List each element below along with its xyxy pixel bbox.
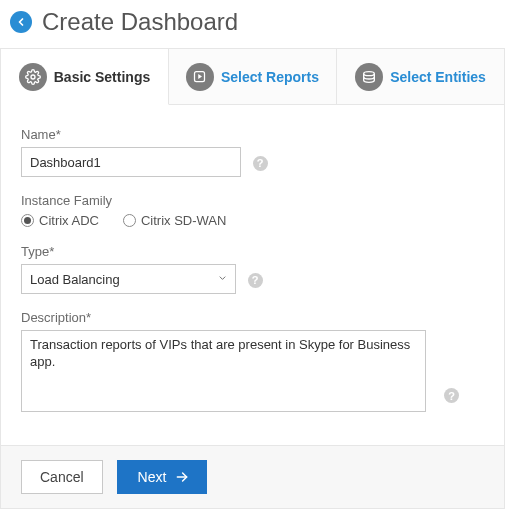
tab-label: Basic Settings <box>54 69 150 85</box>
svg-point-0 <box>31 75 35 79</box>
svg-point-3 <box>364 71 375 75</box>
family-label: Instance Family <box>21 193 484 208</box>
gear-icon <box>19 63 47 91</box>
back-button[interactable] <box>10 11 32 33</box>
layers-icon <box>355 63 383 91</box>
name-input[interactable] <box>21 147 241 177</box>
tab-select-reports[interactable]: Select Reports <box>169 49 337 105</box>
radio-icon <box>123 214 136 227</box>
play-square-icon <box>186 63 214 91</box>
help-icon[interactable]: ? <box>248 273 263 288</box>
radio-citrix-adc[interactable]: Citrix ADC <box>21 213 99 228</box>
footer: Cancel Next <box>0 446 505 509</box>
svg-marker-2 <box>199 74 203 79</box>
next-label: Next <box>138 469 167 485</box>
tab-select-entities[interactable]: Select Entities <box>337 49 504 105</box>
tab-basic-settings[interactable]: Basic Settings <box>1 49 169 105</box>
tab-label: Select Entities <box>390 69 486 85</box>
cancel-button[interactable]: Cancel <box>21 460 103 494</box>
radio-citrix-sdwan[interactable]: Citrix SD-WAN <box>123 213 226 228</box>
type-label: Type* <box>21 244 484 259</box>
tabs: Basic Settings Select Reports Select Ent… <box>0 48 505 105</box>
help-icon[interactable]: ? <box>253 156 268 171</box>
name-label: Name* <box>21 127 484 142</box>
page-title: Create Dashboard <box>42 8 238 36</box>
next-button[interactable]: Next <box>117 460 208 494</box>
field-type: Type* Load Balancing ? <box>21 244 484 294</box>
field-name: Name* ? <box>21 127 484 177</box>
tab-label: Select Reports <box>221 69 319 85</box>
radio-icon <box>21 214 34 227</box>
field-instance-family: Instance Family Citrix ADC Citrix SD-WAN <box>21 193 484 228</box>
radio-label: Citrix ADC <box>39 213 99 228</box>
page-header: Create Dashboard <box>0 0 505 48</box>
radio-label: Citrix SD-WAN <box>141 213 226 228</box>
help-icon[interactable]: ? <box>444 388 459 403</box>
description-input[interactable] <box>21 330 426 412</box>
type-select[interactable]: Load Balancing <box>21 264 236 294</box>
arrow-right-icon <box>174 470 190 484</box>
description-label: Description* <box>21 310 484 325</box>
arrow-left-icon <box>15 16 27 28</box>
form-basic-settings: Name* ? Instance Family Citrix ADC Citri… <box>0 105 505 446</box>
field-description: Description* ? <box>21 310 484 415</box>
